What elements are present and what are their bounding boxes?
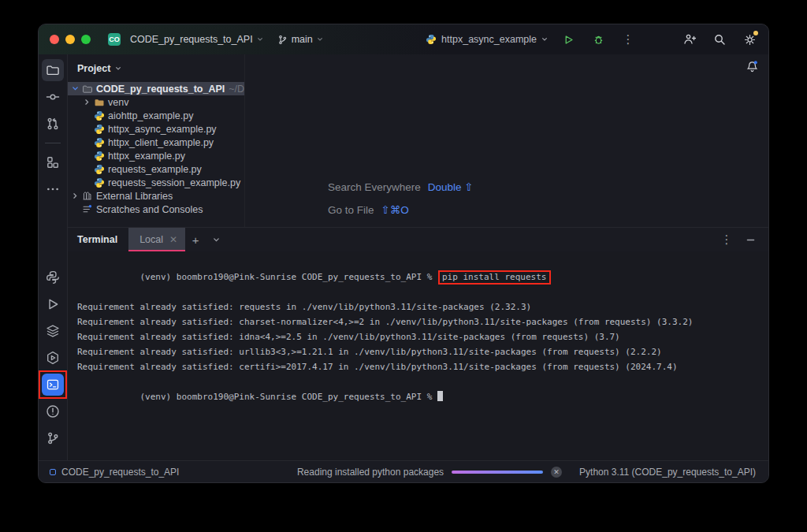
version-control-tool-button[interactable]	[42, 427, 64, 449]
code-with-me-button[interactable]	[680, 30, 699, 49]
structure-tool-button[interactable]	[42, 151, 64, 173]
settings-button[interactable]	[740, 30, 759, 49]
terminal-tab-label: Local	[139, 234, 163, 245]
editor-shortcut-hints: Search Everywhere Double ⇧ Go to File ⇧⌘…	[328, 180, 474, 226]
active-tab-underline	[128, 250, 185, 251]
tree-item-path: ~/Docu	[229, 84, 244, 95]
cancel-progress-button[interactable]: ✕	[551, 467, 562, 478]
tree-item-label: Scratches and Consoles	[96, 204, 203, 215]
traffic-lights	[50, 35, 91, 44]
python-console-tool-button[interactable]	[42, 266, 64, 288]
zoom-window-button[interactable]	[81, 35, 91, 44]
tree-row-external-libraries[interactable]: External Libraries	[68, 189, 244, 203]
tree-item-label: aiohttp_example.py	[108, 110, 193, 121]
project-tool-button[interactable]	[42, 59, 64, 81]
tree-row-file[interactable]: requests_session_example.py	[68, 176, 244, 189]
chevron-down-icon	[541, 36, 548, 43]
settings-notification-dot	[753, 31, 758, 35]
services-tool-button[interactable]	[42, 320, 64, 342]
tree-row-file[interactable]: aiohttp_example.py	[68, 109, 244, 122]
run-configuration-selector[interactable]: httpx_async_example	[426, 34, 548, 45]
python-packages-tool-button[interactable]	[42, 347, 64, 369]
hide-terminal-button[interactable]	[740, 236, 761, 244]
python-icon	[426, 34, 437, 45]
pull-requests-tool-button[interactable]	[42, 113, 64, 135]
project-panel-title: Project	[77, 63, 110, 74]
kebab-icon: ⋮	[721, 233, 733, 247]
terminal-line: Requirement already satisfied: certifi>=…	[77, 359, 768, 374]
terminal-tab-local[interactable]: Local ✕	[128, 228, 185, 251]
project-widget[interactable]: CO CODE_py_requests_to_API	[108, 33, 263, 46]
editor-area: Search Everywhere Double ⇧ Go to File ⇧⌘…	[245, 54, 768, 227]
tree-item-label: CODE_py_requests_to_API	[96, 84, 225, 95]
problems-tool-button[interactable]	[42, 400, 64, 422]
annotation-box-command: pip install requests	[438, 270, 551, 285]
commit-tool-button[interactable]	[42, 86, 64, 108]
hint-search-everywhere: Search Everywhere	[328, 181, 421, 193]
interpreter-selector[interactable]: Python 3.11 (CODE_py_requests_to_API)	[579, 467, 756, 478]
terminal-line: (venv) boombro190@Pink-Sunrise CODE_py_r…	[77, 374, 768, 419]
status-project-widget[interactable]: CODE_py_requests_to_API	[50, 467, 179, 478]
terminal-panel-title[interactable]: Terminal	[68, 228, 128, 251]
terminal-panel: Terminal Local ✕ + ⋮	[68, 227, 768, 460]
chevron-down-icon[interactable]	[69, 85, 80, 92]
tree-item-label: httpx_async_example.py	[108, 124, 217, 135]
progress-bar	[452, 471, 543, 474]
tree-row-file[interactable]: requests_example.py	[68, 162, 244, 176]
kebab-icon: ⋮	[623, 32, 634, 47]
hint-search-everywhere-shortcut: Double ⇧	[428, 180, 474, 193]
tree-row-file[interactable]: httpx_async_example.py	[68, 122, 244, 136]
branch-widget[interactable]: main	[277, 34, 323, 45]
terminal-dropdown-button[interactable]	[206, 228, 226, 251]
hint-goto-file: Go to File	[328, 204, 374, 216]
terminal-prompt: (venv) boombro190@Pink-Sunrise CODE_py_r…	[139, 272, 437, 282]
project-tree: CODE_py_requests_to_API ~/Docu venv	[68, 82, 244, 216]
project-badge-icon: CO	[108, 33, 121, 46]
close-tab-icon[interactable]: ✕	[169, 234, 177, 245]
terminal-line: (venv) boombro190@Pink-Sunrise CODE_py_r…	[77, 255, 768, 299]
tree-item-label: External Libraries	[96, 191, 173, 202]
terminal-line: Requirement already satisfied: requests …	[77, 299, 768, 314]
scratches-icon	[80, 204, 94, 214]
tree-row-file[interactable]: httpx_client_example.py	[68, 136, 244, 149]
chevron-right-icon[interactable]	[81, 99, 92, 106]
tree-row-scratches[interactable]: Scratches and Consoles	[68, 203, 244, 216]
minimize-window-button[interactable]	[65, 35, 75, 44]
python-file-icon	[92, 137, 106, 148]
run-tool-button[interactable]	[42, 293, 64, 315]
project-panel: Project CODE_py_requests_to_API ~/Docu	[68, 54, 245, 227]
git-branch-icon	[277, 35, 288, 45]
python-file-icon	[92, 151, 106, 162]
branch-name: main	[292, 34, 313, 45]
more-actions-button[interactable]: ⋮	[619, 30, 638, 49]
folder-icon	[80, 84, 94, 95]
run-button[interactable]	[559, 30, 578, 49]
python-file-icon	[92, 177, 106, 188]
tree-item-label: venv	[108, 97, 128, 108]
title-bar: CO CODE_py_requests_to_API main httpx_as…	[39, 24, 768, 54]
more-tool-windows-button[interactable]	[42, 178, 64, 200]
close-window-button[interactable]	[50, 35, 59, 44]
project-name: CODE_py_requests_to_API	[130, 34, 253, 45]
tree-item-label: httpx_example.py	[108, 151, 185, 162]
tree-item-label: requests_session_example.py	[108, 177, 240, 188]
chevron-right-icon[interactable]	[69, 192, 80, 199]
tree-row-file[interactable]: httpx_example.py	[68, 149, 244, 162]
terminal-output[interactable]: (venv) boombro190@Pink-Sunrise CODE_py_r…	[68, 251, 768, 460]
terminal-line: Requirement already satisfied: charset-n…	[77, 314, 768, 329]
python-file-icon	[92, 110, 106, 121]
debug-button[interactable]	[589, 30, 608, 49]
tree-item-label: requests_example.py	[108, 164, 202, 175]
terminal-options-button[interactable]: ⋮	[716, 233, 737, 247]
search-everywhere-button[interactable]	[710, 30, 729, 49]
new-terminal-button[interactable]: +	[185, 228, 206, 251]
project-panel-header[interactable]: Project	[68, 61, 244, 76]
tree-row-venv[interactable]: venv	[68, 95, 244, 109]
terminal-header: Terminal Local ✕ + ⋮	[68, 228, 768, 251]
hint-goto-file-shortcut: ⇧⌘O	[381, 203, 409, 216]
python-file-icon	[92, 164, 106, 175]
tree-row-project-root[interactable]: CODE_py_requests_to_API ~/Docu	[68, 82, 244, 95]
terminal-tool-button[interactable]	[42, 374, 64, 396]
project-square-icon	[50, 469, 56, 475]
notifications-button[interactable]	[746, 60, 759, 73]
